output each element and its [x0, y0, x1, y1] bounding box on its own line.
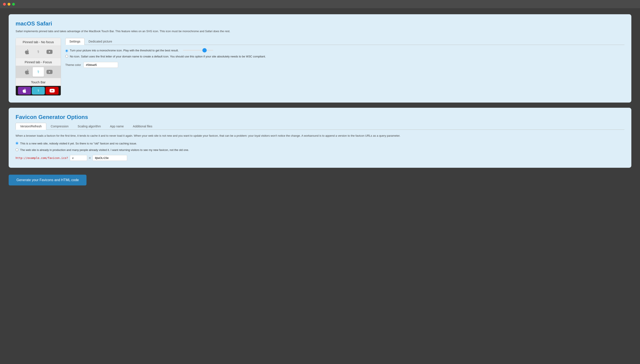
monochrome-option-row: Turn your picture into a monochrome icon…: [65, 49, 624, 52]
touchbar-caduceus-icon: ⚕: [32, 87, 45, 94]
safari-tabs-row: Settings Dedicated picture: [65, 38, 624, 45]
threshold-slider[interactable]: [183, 50, 213, 51]
no-icon-option-row: No icon. Safari uses the first letter of…: [65, 54, 624, 59]
caduceus-icon-nofocus: ⚕: [33, 47, 44, 56]
param-name-input[interactable]: [70, 155, 87, 161]
existing-site-label: The web site is already in production an…: [20, 148, 189, 152]
monochrome-radio[interactable]: [65, 50, 68, 52]
theme-color-row: Theme color: [65, 62, 624, 68]
tab-scaling-algorithm[interactable]: Scaling algorithm: [73, 123, 105, 130]
touchbar-row: ⚕: [16, 86, 61, 96]
theme-color-label: Theme color: [65, 63, 81, 66]
no-icon-radio[interactable]: [65, 55, 68, 58]
maximize-button[interactable]: [12, 3, 15, 6]
touchbar-apple-icon: [18, 87, 31, 94]
titlebar: [0, 0, 640, 8]
safari-title: macOS Safari: [16, 20, 624, 27]
options-section: Favicon Generator Options Version/Refres…: [9, 108, 631, 168]
options-title: Favicon Generator Options: [16, 114, 624, 120]
tab-dedicated-picture[interactable]: Dedicated picture: [85, 38, 116, 45]
caduceus-icon-focus: ⚕: [33, 67, 44, 77]
apple-icon-nofocus: [22, 47, 33, 56]
svg-text:⚕: ⚕: [37, 69, 39, 74]
svg-text:⚕: ⚕: [37, 49, 39, 54]
tab-app-name[interactable]: App name: [105, 123, 128, 130]
existing-site-option-row: The web site is already in production an…: [16, 148, 624, 152]
pinned-focus-icons: ⚕: [16, 66, 61, 78]
youtube-icon-nofocus: [44, 47, 55, 56]
generate-button-container: Generate your Favicons and HTML code: [9, 173, 631, 186]
options-description: When a browser loads a favicon for the f…: [16, 134, 624, 138]
no-icon-label: No icon. Safari uses the first letter of…: [70, 54, 266, 59]
options-tabs-row: Version/Refresh Compression Scaling algo…: [16, 123, 624, 130]
tab-compression[interactable]: Compression: [46, 123, 73, 130]
new-site-option-row: This is a new web site, nobody visited i…: [16, 142, 624, 146]
version-url-row: http://example.com/favicon.ico? =: [16, 155, 624, 161]
url-code: http://example.com/favicon.ico?: [16, 156, 68, 160]
page-content: macOS Safari Safari implements pinned ta…: [0, 8, 640, 194]
param-value-input[interactable]: [93, 155, 127, 161]
apple-icon-focus: [22, 67, 33, 77]
safari-settings-panel: Settings Dedicated picture Turn your pic…: [65, 38, 624, 68]
safari-section: macOS Safari Safari implements pinned ta…: [9, 14, 631, 102]
generate-button[interactable]: Generate your Favicons and HTML code: [9, 175, 87, 186]
theme-color-input[interactable]: [83, 62, 118, 68]
close-button[interactable]: [3, 3, 6, 6]
safari-preview-panel: Pinned tab - No focus ⚕: [16, 38, 61, 96]
monochrome-label-slider: Turn your picture into a monochrome icon…: [70, 49, 213, 52]
equals-sign: =: [89, 156, 91, 160]
youtube-icon-focus: [44, 67, 55, 77]
tab-additional-files[interactable]: Additional files: [128, 123, 157, 130]
svg-text:⚕: ⚕: [37, 89, 39, 92]
new-site-radio[interactable]: [16, 142, 18, 145]
monochrome-label: Turn your picture into a monochrome icon…: [70, 49, 179, 52]
pinned-focus-label: Pinned tab - Focus: [16, 58, 61, 66]
safari-layout: Pinned tab - No focus ⚕: [16, 38, 624, 96]
existing-site-radio[interactable]: [16, 148, 18, 151]
touchbar-label: Touch Bar: [16, 78, 61, 86]
pinned-no-focus-icons: ⚕: [16, 46, 61, 58]
safari-description: Safari implements pinned tabs and takes …: [16, 29, 624, 34]
new-site-label: This is a new web site, nobody visited i…: [20, 142, 137, 146]
pinned-no-focus-label: Pinned tab - No focus: [16, 38, 61, 46]
tab-version-refresh[interactable]: Version/Refresh: [16, 123, 46, 130]
minimize-button[interactable]: [8, 3, 10, 6]
tab-settings[interactable]: Settings: [65, 38, 85, 45]
touchbar-youtube-icon: [46, 87, 59, 94]
